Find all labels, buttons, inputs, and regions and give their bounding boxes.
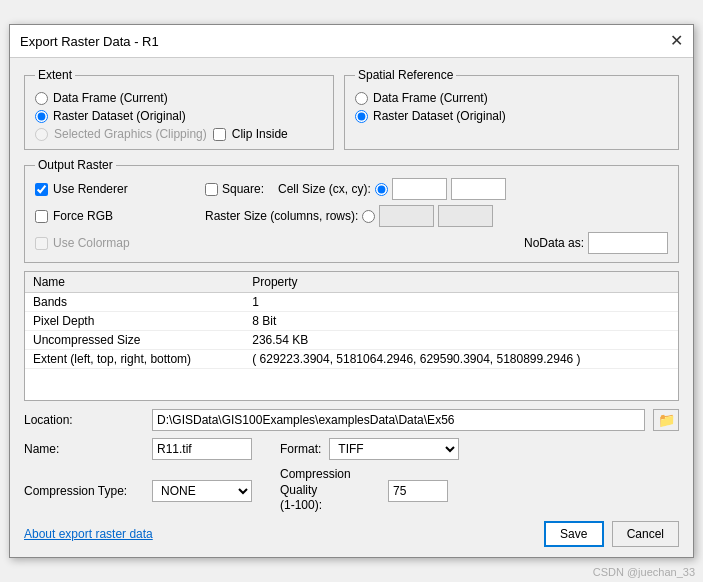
clip-inside-checkbox[interactable] [213, 128, 226, 141]
name-label: Name: [24, 442, 144, 456]
cell-cy-input[interactable]: 0.5 [451, 178, 506, 200]
location-input[interactable] [152, 409, 645, 431]
table-row: Uncompressed Size236.54 KB [25, 331, 678, 350]
cell-size-label: Cell Size (cx, cy): [278, 182, 371, 196]
format-label: Format: [280, 442, 321, 456]
raster-size-label: Raster Size (columns, rows): [205, 209, 358, 223]
name-format-row: Name: Format: TIFFJPEGBMPPNGGRID [24, 438, 679, 460]
about-link[interactable]: About export raster data [24, 527, 153, 541]
extent-selected-graphics-label: Selected Graphics (Clipping) [54, 127, 207, 141]
prop-value-cell: 1 [244, 293, 678, 312]
table-row: Pixel Depth8 Bit [25, 312, 678, 331]
name-input[interactable] [152, 438, 252, 460]
cell-size-radio[interactable] [375, 183, 388, 196]
raster-cols-input[interactable]: 734 [379, 205, 434, 227]
save-button[interactable]: Save [544, 521, 604, 547]
use-renderer-row: Use Renderer [35, 182, 195, 196]
sr-raster-row: Raster Dataset (Original) [355, 109, 668, 123]
location-row: Location: 📁 [24, 409, 679, 431]
browse-button[interactable]: 📁 [653, 409, 679, 431]
use-renderer-label[interactable]: Use Renderer [53, 182, 128, 196]
use-colormap-label: Use Colormap [53, 236, 130, 250]
use-renderer-checkbox[interactable] [35, 183, 48, 196]
extent-data-frame-row: Data Frame (Current) [35, 91, 323, 105]
sr-raster-dataset-radio[interactable] [355, 110, 368, 123]
extent-raster-dataset-radio[interactable] [35, 110, 48, 123]
nodata-input[interactable]: -1 [588, 232, 668, 254]
bottom-row: About export raster data Save Cancel [24, 521, 679, 547]
spatial-reference-legend: Spatial Reference [355, 68, 456, 82]
output-raster-legend: Output Raster [35, 158, 116, 172]
table-row: Bands1 [25, 293, 678, 312]
location-label: Location: [24, 413, 144, 427]
extent-data-frame-label[interactable]: Data Frame (Current) [53, 91, 168, 105]
extent-legend: Extent [35, 68, 75, 82]
use-colormap-row: Use Colormap [35, 236, 195, 250]
prop-value-cell: 8 Bit [244, 312, 678, 331]
nodata-row: NoData as: -1 [205, 232, 668, 254]
extent-clip-row: Selected Graphics (Clipping) Clip Inside [35, 127, 323, 141]
compression-label: Compression Type: [24, 484, 144, 498]
format-select[interactable]: TIFFJPEGBMPPNGGRID [329, 438, 459, 460]
properties-table-area: Name Property Bands1Pixel Depth8 BitUnco… [24, 271, 679, 401]
quality-input[interactable] [388, 480, 448, 502]
raster-rows-input[interactable]: 330 [438, 205, 493, 227]
quality-label: Compression Quality(1-100): [280, 467, 380, 514]
cell-size-row: Square: Cell Size (cx, cy): 0.5 0.5 [205, 178, 668, 200]
force-rgb-label[interactable]: Force RGB [53, 209, 113, 223]
spatial-reference-group: Spatial Reference Data Frame (Current) R… [344, 68, 679, 150]
prop-name-cell: Bands [25, 293, 244, 312]
export-raster-dialog: Export Raster Data - R1 ✕ Extent Data Fr… [9, 24, 694, 558]
extent-data-frame-radio[interactable] [35, 92, 48, 105]
prop-name-cell: Uncompressed Size [25, 331, 244, 350]
sr-data-frame-radio[interactable] [355, 92, 368, 105]
extent-raster-row: Raster Dataset (Original) [35, 109, 323, 123]
extent-raster-label[interactable]: Raster Dataset (Original) [53, 109, 186, 123]
cell-cx-input[interactable]: 0.5 [392, 178, 447, 200]
sr-data-frame-row: Data Frame (Current) [355, 91, 668, 105]
force-rgb-row: Force RGB [35, 209, 195, 223]
table-row: Extent (left, top, right, bottom)( 62922… [25, 350, 678, 369]
square-checkbox[interactable] [205, 183, 218, 196]
prop-value-cell: ( 629223.3904, 5181064.2946, 629590.3904… [244, 350, 678, 369]
sr-data-frame-label[interactable]: Data Frame (Current) [373, 91, 488, 105]
use-colormap-checkbox [35, 237, 48, 250]
nodata-label: NoData as: [464, 236, 584, 250]
button-row: Save Cancel [544, 521, 679, 547]
extent-selected-graphics-radio [35, 128, 48, 141]
compression-select[interactable]: NONELZWJPEGDEFLATE [152, 480, 252, 502]
prop-name-cell: Extent (left, top, right, bottom) [25, 350, 244, 369]
square-label[interactable]: Square: [222, 182, 264, 196]
cancel-button[interactable]: Cancel [612, 521, 679, 547]
raster-size-row: Raster Size (columns, rows): 734 330 [205, 205, 668, 227]
sr-raster-label[interactable]: Raster Dataset (Original) [373, 109, 506, 123]
clip-inside-label[interactable]: Clip Inside [232, 127, 288, 141]
folder-icon: 📁 [658, 412, 675, 428]
dialog-title: Export Raster Data - R1 [20, 34, 159, 49]
raster-size-radio[interactable] [362, 210, 375, 223]
prop-name-cell: Pixel Depth [25, 312, 244, 331]
title-bar: Export Raster Data - R1 ✕ [10, 25, 693, 58]
extent-group: Extent Data Frame (Current) Raster Datas… [24, 68, 334, 150]
properties-table: Name Property Bands1Pixel Depth8 BitUnco… [25, 272, 678, 369]
close-button[interactable]: ✕ [670, 33, 683, 49]
force-rgb-checkbox[interactable] [35, 210, 48, 223]
col-name-header: Name [25, 272, 244, 293]
watermark: CSDN @juechan_33 [593, 566, 695, 578]
prop-value-cell: 236.54 KB [244, 331, 678, 350]
output-raster-group: Output Raster Use Renderer Force RGB Use… [24, 158, 679, 263]
compression-row: Compression Type: NONELZWJPEGDEFLATE Com… [24, 467, 679, 514]
col-property-header: Property [244, 272, 678, 293]
